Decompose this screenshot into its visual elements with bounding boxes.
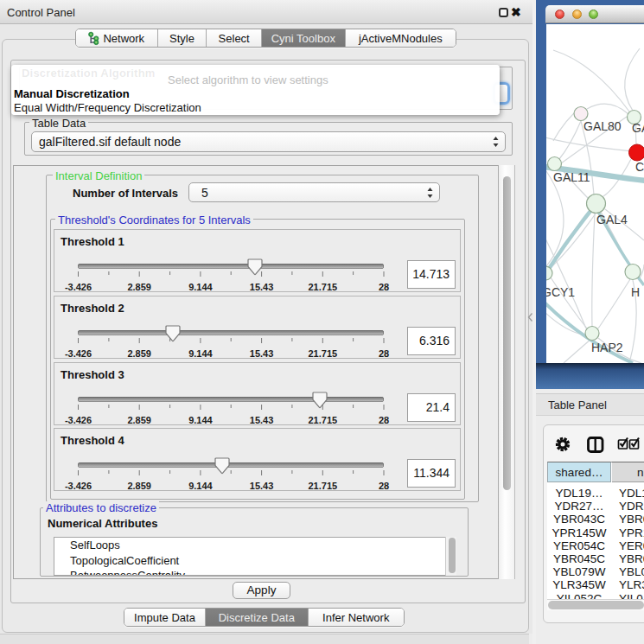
svg-text:GCY1: GCY1: [546, 285, 575, 299]
svg-text:H: H: [631, 285, 640, 299]
svg-text:C: C: [635, 160, 644, 174]
svg-text:GAL80: GAL80: [583, 119, 622, 133]
svg-text:GA: GA: [632, 121, 644, 135]
svg-text:GAL11: GAL11: [553, 170, 590, 184]
svg-text:HAP2: HAP2: [591, 341, 623, 354]
svg-text:GAL4: GAL4: [596, 213, 628, 226]
